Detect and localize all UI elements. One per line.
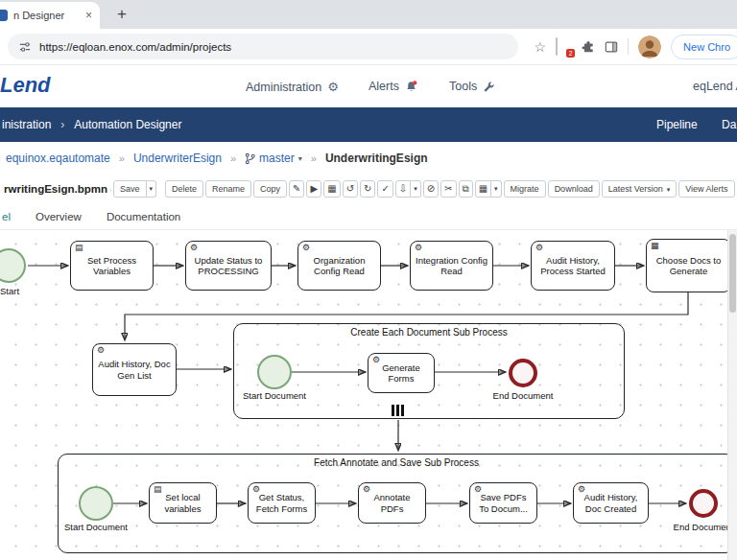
url-text: https://eqloan.enox.com/admin/projects bbox=[39, 41, 231, 53]
redo-icon-button[interactable]: ↻ bbox=[360, 180, 375, 198]
delete-button[interactable]: Delete bbox=[165, 180, 203, 198]
business-rule-table-icon: ▦ bbox=[651, 241, 659, 251]
nav-alerts[interactable]: Alerts bbox=[368, 80, 417, 93]
save-caret-icon[interactable]: ▾ bbox=[147, 180, 157, 198]
task-audit-history-doc-created[interactable]: ⚙ Audit History, Doc Created bbox=[573, 482, 649, 524]
breadcrumb-automation-designer[interactable]: Automation Designer bbox=[74, 118, 181, 131]
nav-dashboard[interactable]: Da bbox=[722, 118, 736, 131]
task-integration-config-read[interactable]: ⚙ Integration Config Read bbox=[410, 241, 493, 291]
task-label: Audit History, Doc Created bbox=[579, 492, 643, 514]
task-label: Generate Forms bbox=[373, 362, 429, 385]
service-task-gear-icon: ⚙ bbox=[190, 243, 198, 253]
task-label: Set Process Variables bbox=[76, 255, 148, 277]
new-tab-button[interactable]: + bbox=[109, 3, 134, 26]
tab-documentation[interactable]: Documentation bbox=[107, 211, 180, 222]
view-alerts-button[interactable]: View Alerts bbox=[678, 180, 734, 198]
paste-icon-button[interactable]: ⧉ bbox=[459, 180, 473, 198]
breadcrumb-workflow[interactable]: UnderwriterEsign bbox=[133, 152, 222, 165]
branch-selector[interactable]: master ▾ bbox=[245, 152, 302, 165]
bell-icon bbox=[405, 81, 417, 93]
git-branch-icon bbox=[245, 152, 255, 165]
profile-avatar[interactable] bbox=[638, 35, 661, 58]
account-label[interactable]: eqLend A bbox=[693, 80, 737, 93]
copy-button[interactable]: Copy bbox=[253, 180, 287, 198]
start-event-label: Start Document bbox=[55, 522, 137, 532]
breadcrumb-administration[interactable]: inistration bbox=[2, 118, 51, 131]
tab-title: n Designer bbox=[13, 10, 82, 21]
browser-tab[interactable]: n Designer × bbox=[0, 2, 100, 29]
start-event-document[interactable] bbox=[257, 355, 292, 389]
subprocess-title: Fetch Annotate and Save Sub Process bbox=[59, 457, 734, 468]
task-choose-docs-to-generate[interactable]: ▦ Choose Docs to Generate bbox=[646, 239, 731, 292]
admin-breadcrumb-bar: inistration › Automation Designer Pipeli… bbox=[0, 107, 737, 142]
task-label: Audit History, Process Started bbox=[536, 255, 609, 277]
tab-close-icon[interactable]: × bbox=[85, 9, 92, 22]
task-annotate-pdfs[interactable]: ⚙ Annotate PDFs bbox=[358, 482, 426, 524]
version-select-label: Latest Version bbox=[608, 184, 663, 194]
breadcrumb-project[interactable]: equinox.eqautomate bbox=[6, 152, 110, 165]
extensions-puzzle-icon[interactable] bbox=[582, 40, 595, 54]
project-breadcrumb: equinox.eqautomate » UnderwriterEsign » … bbox=[0, 142, 737, 175]
start-event-document-2[interactable] bbox=[79, 486, 113, 521]
bookmark-star-icon[interactable]: ☆ bbox=[535, 39, 547, 55]
download-button[interactable]: Download bbox=[548, 180, 600, 198]
end-event-document[interactable] bbox=[509, 359, 537, 387]
end-event-label: End Document bbox=[482, 390, 564, 401]
task-get-status-fetch-forms[interactable]: ⚙ Get Status, Fetch Forms bbox=[248, 482, 316, 524]
extension-base-icon bbox=[556, 37, 558, 56]
task-set-local-variables[interactable]: ▤ Set local variables bbox=[149, 482, 217, 524]
task-generate-forms[interactable]: ⚙ Generate Forms bbox=[368, 353, 435, 393]
app-logo[interactable]: Lend bbox=[0, 73, 51, 98]
end-event-document-2[interactable] bbox=[689, 489, 718, 518]
service-task-gear-icon: ⚙ bbox=[415, 243, 422, 253]
gear-icon: ⚙ bbox=[327, 80, 339, 94]
url-input[interactable]: https://eqloan.enox.com/admin/projects bbox=[8, 34, 518, 59]
edit-icon-button[interactable]: ✎ bbox=[289, 180, 304, 198]
new-chrome-button[interactable]: New Chro bbox=[671, 35, 737, 59]
play-icon-button[interactable]: ▶ bbox=[306, 180, 321, 198]
validate-icon-button[interactable]: ✓ bbox=[377, 180, 392, 198]
service-task-gear-icon: ⚙ bbox=[372, 355, 380, 365]
side-panel-icon[interactable] bbox=[605, 40, 618, 54]
view-tabs: el Overview Documentation bbox=[0, 203, 737, 230]
tab-overview[interactable]: Overview bbox=[36, 211, 82, 222]
task-label: Audit History, Doc Gen List bbox=[98, 359, 171, 381]
task-audit-history-process-started[interactable]: ⚙ Audit History, Process Started bbox=[531, 241, 615, 291]
browser-address-bar: https://eqloan.enox.com/admin/projects ☆… bbox=[0, 29, 737, 65]
task-organization-config-read[interactable]: ⚙ Organization Config Read bbox=[297, 241, 381, 291]
download-caret-icon[interactable]: ▾ bbox=[411, 180, 421, 198]
script-task-icon: ▤ bbox=[75, 243, 83, 253]
tune-icon[interactable] bbox=[19, 41, 31, 53]
migrate-button[interactable]: Migrate bbox=[504, 180, 546, 198]
rename-button[interactable]: Rename bbox=[205, 180, 251, 198]
branch-name: master bbox=[259, 152, 295, 165]
task-update-status[interactable]: ⚙ Update Status to PROCESSING bbox=[185, 241, 272, 291]
undo-icon-button[interactable]: ↺ bbox=[343, 180, 358, 198]
breadcrumb-separator: » bbox=[230, 152, 236, 164]
task-audit-history-doc-gen-list[interactable]: ⚙ Audit History, Doc Gen List bbox=[92, 343, 177, 396]
task-save-pdfs[interactable]: ⚙ Save PDFs To Docum... bbox=[469, 482, 537, 524]
version-select[interactable]: Latest Version▾ bbox=[602, 180, 678, 198]
table-icon-button[interactable]: ▦ bbox=[475, 180, 491, 198]
bpmn-canvas[interactable]: Start ▤ Set Process Variables ⚙ Update S… bbox=[0, 230, 737, 560]
grid-icon-button[interactable]: ▦ bbox=[323, 180, 340, 198]
vertical-scrollbar[interactable] bbox=[727, 230, 737, 560]
nav-tools[interactable]: Tools bbox=[449, 80, 495, 93]
cut-icon-button[interactable]: ✂ bbox=[440, 180, 456, 198]
download-icon-button[interactable]: ⇩ bbox=[395, 180, 411, 198]
save-button[interactable]: Save bbox=[113, 180, 147, 198]
service-task-gear-icon: ⚙ bbox=[97, 345, 105, 356]
nav-pipeline[interactable]: Pipeline bbox=[656, 118, 698, 131]
extension-with-badge-icon[interactable]: 2 bbox=[556, 38, 572, 55]
task-label: Set local variables bbox=[155, 492, 211, 514]
tab-model[interactable]: el bbox=[2, 211, 11, 222]
service-task-gear-icon: ⚙ bbox=[363, 484, 370, 495]
scrollbar-thumb[interactable] bbox=[729, 234, 736, 313]
disable-icon-button[interactable]: ⊘ bbox=[423, 180, 439, 198]
task-label: Annotate PDFs bbox=[364, 492, 420, 514]
nav-administration[interactable]: Administration ⚙ bbox=[246, 80, 339, 94]
table-caret-icon[interactable]: ▾ bbox=[491, 180, 502, 198]
task-set-process-variables[interactable]: ▤ Set Process Variables bbox=[70, 241, 154, 291]
app-header: Lend Administration ⚙ Alerts Tools eqLen… bbox=[0, 65, 737, 107]
address-bar-actions: ☆ 2 New Chro bbox=[535, 35, 729, 59]
